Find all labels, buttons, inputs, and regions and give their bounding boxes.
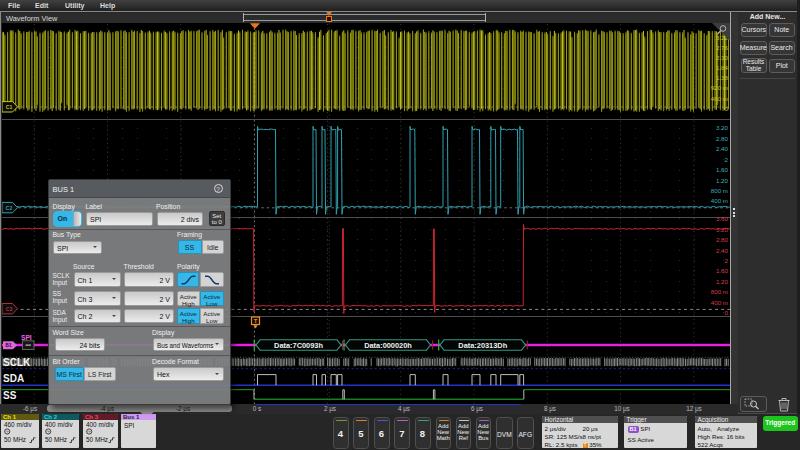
svg-text:C1: C1 xyxy=(6,104,13,110)
svg-text:0: 0 xyxy=(725,105,729,112)
svg-text:2: 2 xyxy=(725,156,729,163)
svg-text:3.60: 3.60 xyxy=(716,215,729,222)
svg-text:2.80: 2.80 xyxy=(716,236,729,243)
svg-text:400 m: 400 m xyxy=(711,299,728,306)
svg-text:T: T xyxy=(254,318,258,324)
svg-text:SS: SS xyxy=(3,390,17,401)
svg-text:2.80: 2.80 xyxy=(716,135,729,142)
svg-text:1.38: 1.38 xyxy=(716,74,729,81)
svg-text:400 m: 400 m xyxy=(711,197,728,204)
svg-text:460 m: 460 m xyxy=(711,95,728,102)
svg-text:2.40: 2.40 xyxy=(716,145,729,152)
svg-text:Data:7C0093h: Data:7C0093h xyxy=(274,341,323,350)
svg-text:800 m: 800 m xyxy=(711,187,728,194)
svg-text:2: 2 xyxy=(725,257,729,264)
svg-text:920 m: 920 m xyxy=(711,84,728,91)
svg-text:2.40: 2.40 xyxy=(716,247,729,254)
svg-text:C3: C3 xyxy=(6,306,13,312)
svg-text:SCLK: SCLK xyxy=(3,357,31,368)
svg-text:C2: C2 xyxy=(6,205,13,211)
svg-text:SPI: SPI xyxy=(21,334,32,341)
svg-text:0: 0 xyxy=(725,309,729,316)
svg-text:3.20: 3.20 xyxy=(716,226,729,233)
svg-text:Data:000020h: Data:000020h xyxy=(364,341,412,350)
svg-text:2.76: 2.76 xyxy=(716,44,729,51)
svg-text:1.20: 1.20 xyxy=(716,177,729,184)
svg-text:1.84: 1.84 xyxy=(716,64,729,71)
svg-text:SDA: SDA xyxy=(3,373,24,384)
svg-text:2.30: 2.30 xyxy=(716,54,729,61)
svg-text:1.60: 1.60 xyxy=(716,267,729,274)
svg-text:3.20: 3.20 xyxy=(716,124,729,131)
svg-text:Data:20313Dh: Data:20313Dh xyxy=(458,341,507,350)
svg-text:800 m: 800 m xyxy=(711,288,728,295)
svg-text:1.60: 1.60 xyxy=(716,166,729,173)
svg-text:B1: B1 xyxy=(6,343,12,348)
svg-text:1.20: 1.20 xyxy=(716,278,729,285)
